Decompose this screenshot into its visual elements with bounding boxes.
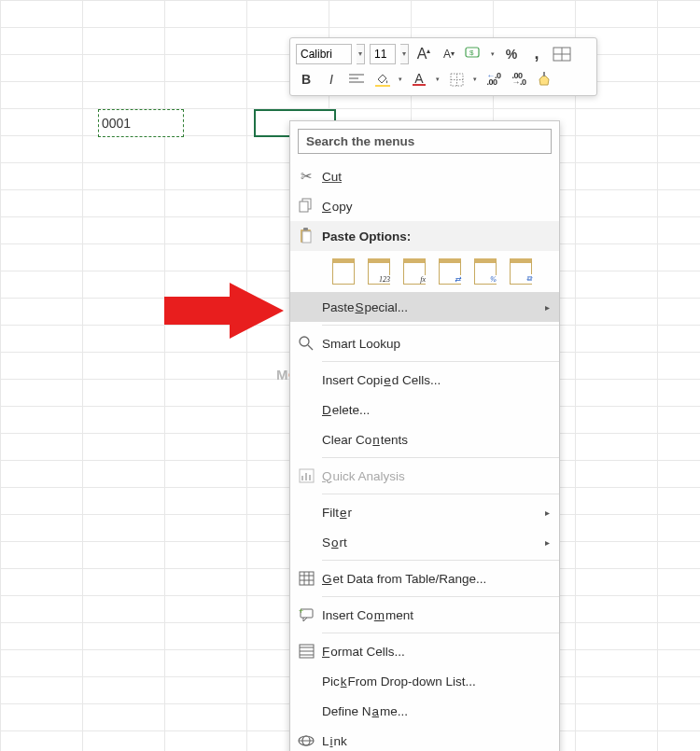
menu-pick-from-list[interactable]: Pick From Drop-down List... (290, 666, 559, 696)
svg-rect-23 (300, 572, 314, 585)
menu-clear-contents[interactable]: Clear Contents (290, 424, 559, 454)
svg-rect-22 (309, 475, 311, 480)
submenu-arrow-icon: ▸ (545, 508, 550, 518)
font-size-dropdown[interactable]: ▾ (400, 44, 409, 64)
search-icon (290, 336, 322, 351)
quick-analysis-icon (290, 469, 322, 482)
menu-copy[interactable]: Copy (290, 191, 559, 221)
svg-text:+: + (299, 606, 303, 616)
paste-transpose-button[interactable]: ⇄ (434, 256, 466, 287)
grow-font-button[interactable]: A▴ (413, 44, 434, 64)
menu-smart-lookup[interactable]: Smart Lookup (290, 328, 559, 358)
red-arrow-annotation (164, 283, 286, 342)
fill-color-dropdown[interactable]: ▾ (397, 69, 404, 90)
font-size-box[interactable]: 11 (370, 44, 396, 64)
font-color-button[interactable]: A (409, 69, 429, 90)
menu-delete[interactable]: Delete... (290, 395, 559, 424)
paste-options-row: 123 fx ⇄ % ⧉ (290, 251, 559, 292)
svg-text:$: $ (469, 49, 474, 57)
submenu-arrow-icon: ▸ (545, 537, 550, 548)
increase-decimal-button[interactable]: ←.0.00 (483, 69, 504, 90)
borders-button[interactable] (446, 69, 467, 90)
menu-get-data[interactable]: Get Data from Table/Range... (290, 563, 559, 593)
menu-quick-analysis: Quick Analysis (290, 461, 559, 491)
accounting-format-button[interactable]: $ (464, 44, 484, 64)
paste-icon (290, 228, 322, 244)
decrease-decimal-button[interactable]: .00→.0 (509, 69, 529, 90)
format-painter-button[interactable] (534, 69, 554, 90)
svg-rect-15 (302, 231, 311, 243)
scissors-icon: ✂ (290, 168, 322, 185)
font-name-dropdown[interactable]: ▾ (357, 44, 365, 64)
paste-all-button[interactable] (328, 256, 359, 287)
mini-toolbar: Calibri ▾ 11 ▾ A▴ A▾ $ ▾ % , B I ▾ A ▾ (289, 37, 597, 96)
menu-link[interactable]: Link (290, 726, 559, 751)
menu-paste-options-header: Paste Options: (290, 221, 559, 251)
paste-formulas-button[interactable]: fx (399, 256, 430, 287)
align-button[interactable] (346, 69, 367, 90)
paste-formatting-button[interactable]: % (469, 256, 501, 287)
svg-point-17 (300, 337, 309, 346)
menu-cut[interactable]: ✂ Cut (290, 161, 559, 191)
comma-button[interactable]: , (526, 44, 547, 64)
menu-insert-comment[interactable]: + Insert Comment (290, 600, 559, 630)
menu-define-name[interactable]: Define Name... (290, 696, 559, 726)
svg-rect-13 (300, 202, 308, 212)
submenu-arrow-icon: ▸ (545, 302, 550, 313)
svg-rect-20 (301, 476, 303, 480)
menu-filter[interactable]: Filter ▸ (290, 497, 559, 527)
table-icon (290, 572, 322, 585)
context-menu: Search the menus ✂ Cut Copy Paste Option… (289, 120, 560, 751)
paste-values-button[interactable]: 123 (363, 256, 395, 287)
percent-button[interactable]: % (501, 44, 522, 64)
italic-button[interactable]: I (321, 69, 342, 90)
accounting-format-dropdown[interactable]: ▾ (489, 44, 497, 64)
menu-sort[interactable]: Sort ▸ (290, 527, 559, 557)
merge-center-button[interactable] (552, 44, 572, 64)
comment-icon: + (290, 608, 322, 622)
svg-rect-21 (305, 473, 307, 480)
menu-insert-copied-cells[interactable]: Insert Copied Cells... (290, 365, 559, 395)
format-cells-icon (290, 645, 322, 658)
shrink-font-button[interactable]: A▾ (439, 44, 459, 64)
search-placeholder: Search the menus (306, 134, 414, 148)
link-icon (290, 735, 322, 746)
menu-paste-special[interactable]: Paste Special... ▸ (290, 292, 559, 322)
svg-marker-37 (164, 283, 284, 339)
borders-dropdown[interactable]: ▾ (471, 69, 479, 90)
copy-icon (290, 199, 322, 214)
paste-link-button[interactable]: ⧉ (505, 256, 537, 287)
fill-color-button[interactable] (371, 69, 392, 90)
svg-rect-16 (303, 228, 308, 230)
menu-format-cells[interactable]: Format Cells... (290, 636, 559, 666)
font-name-box[interactable]: Calibri (296, 44, 352, 64)
bold-button[interactable]: B (296, 69, 316, 90)
menu-search-input[interactable]: Search the menus (298, 129, 552, 154)
cell-value: 0001 (102, 116, 131, 131)
svg-line-18 (308, 345, 313, 350)
copy-source-cell[interactable]: 0001 (98, 109, 184, 137)
svg-rect-11 (543, 72, 545, 76)
font-color-dropdown[interactable]: ▾ (434, 69, 441, 90)
